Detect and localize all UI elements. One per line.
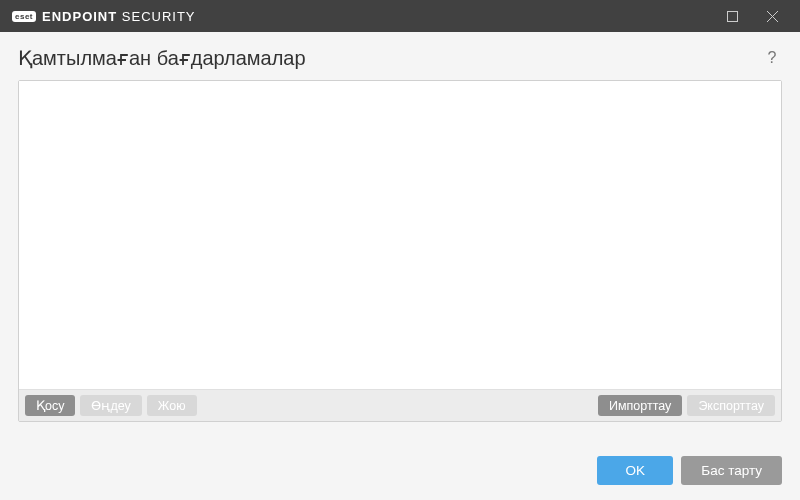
add-button[interactable]: Қосу [25,395,75,416]
titlebar: eset ENDPOINT SECURITY [0,0,800,32]
page-title: Қамтылмаған бағдарламалар [18,46,306,70]
maximize-button[interactable] [712,0,752,32]
cancel-button[interactable]: Бас тарту [681,456,782,485]
excluded-apps-list[interactable] [19,81,781,389]
close-button[interactable] [752,0,792,32]
app-logo: eset ENDPOINT SECURITY [12,9,196,24]
logo-badge: eset [12,11,36,22]
header-row: Қамтылмаған бағдарламалар ? [0,32,800,80]
content-panel: Қосу Өңдеу Жою Импорттау Экспорттау [18,80,782,422]
dialog-footer: OK Бас тарту [0,443,800,500]
edit-button: Өңдеу [80,395,141,416]
close-icon [767,11,778,22]
toolbar-spacer [202,395,593,416]
window-controls [712,0,792,32]
import-button[interactable]: Импорттау [598,395,682,416]
svg-rect-0 [727,11,737,21]
help-icon: ? [768,49,777,67]
ok-button[interactable]: OK [597,456,673,485]
delete-button: Жою [147,395,197,416]
export-button: Экспорттау [687,395,775,416]
panel-toolbar: Қосу Өңдеу Жою Импорттау Экспорттау [19,389,781,421]
maximize-icon [727,11,738,22]
help-button[interactable]: ? [762,48,782,68]
logo-text: ENDPOINT SECURITY [42,9,196,24]
